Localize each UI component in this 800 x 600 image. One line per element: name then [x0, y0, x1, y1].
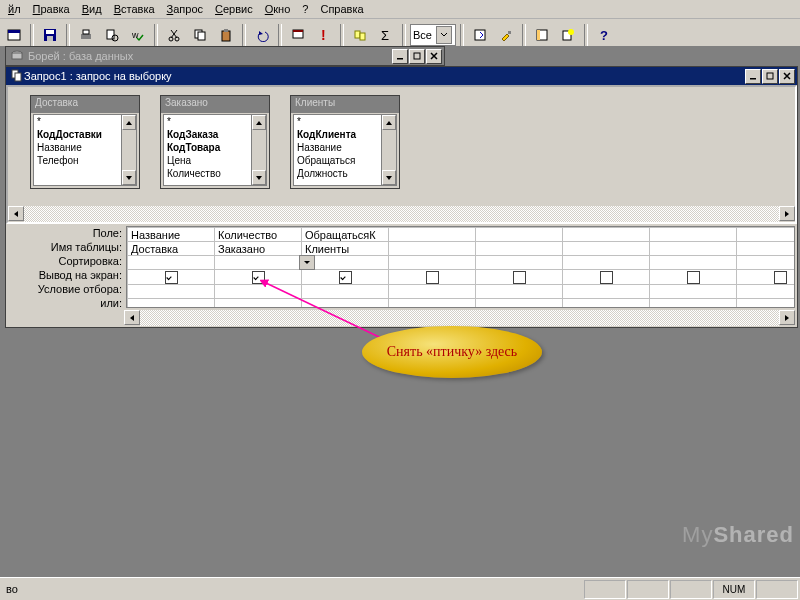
scroll-down-icon[interactable]: [382, 170, 396, 185]
grid-cell[interactable]: [563, 242, 650, 256]
menu-item[interactable]: ?: [296, 2, 314, 16]
grid-cell[interactable]: [563, 256, 650, 270]
menu-item[interactable]: Справка: [314, 2, 369, 16]
grid-cell[interactable]: [476, 270, 563, 285]
grid-cell[interactable]: [737, 228, 796, 242]
grid-cell[interactable]: [215, 270, 302, 285]
grid-cell[interactable]: [650, 242, 737, 256]
show-checkbox[interactable]: [687, 271, 700, 284]
grid-cell[interactable]: [215, 298, 302, 308]
show-checkbox[interactable]: [252, 271, 265, 284]
grid-cell[interactable]: [650, 284, 737, 298]
scroll-down-icon[interactable]: [252, 170, 266, 185]
grid-cell[interactable]: [476, 284, 563, 298]
undo-icon[interactable]: [250, 23, 274, 47]
grid-cell[interactable]: [650, 298, 737, 308]
help-icon[interactable]: ?: [592, 23, 616, 47]
grid-cell[interactable]: [302, 284, 389, 298]
field-item[interactable]: КодТовара: [164, 141, 252, 154]
close-button[interactable]: [779, 69, 795, 84]
grid-cell[interactable]: [476, 242, 563, 256]
totals-icon[interactable]: Σ: [374, 23, 398, 47]
query-window-titlebar[interactable]: Запрос1 : запрос на выборку: [6, 67, 797, 85]
scroll-right-icon[interactable]: [779, 206, 795, 221]
scroll-up-icon[interactable]: [122, 115, 136, 130]
grid-cell[interactable]: [737, 242, 796, 256]
table-title[interactable]: Заказано: [161, 96, 269, 113]
scroll-left-icon[interactable]: [124, 310, 140, 325]
grid-cell[interactable]: [215, 284, 302, 298]
field-item[interactable]: Телефон: [34, 154, 122, 167]
close-button[interactable]: [426, 49, 442, 64]
hscrollbar[interactable]: [124, 310, 795, 326]
table-box[interactable]: Доставка*КодДоставкиНазваниеТелефон: [30, 95, 140, 189]
field-item[interactable]: Название: [294, 141, 382, 154]
chevron-down-icon[interactable]: [436, 26, 452, 44]
field-item[interactable]: Цена: [164, 154, 252, 167]
grid-cell[interactable]: [389, 256, 476, 270]
dbwindow-icon[interactable]: [530, 23, 554, 47]
grid-cell[interactable]: [389, 242, 476, 256]
cut-icon[interactable]: [162, 23, 186, 47]
field-item[interactable]: Обращаться: [294, 154, 382, 167]
field-item[interactable]: *: [34, 115, 122, 128]
field-list[interactable]: *КодДоставкиНазваниеТелефон: [33, 114, 123, 186]
grid-cell[interactable]: [563, 298, 650, 308]
grid-cell[interactable]: Заказано: [215, 242, 302, 256]
db-window[interactable]: Борей : база данных: [5, 46, 445, 66]
show-checkbox[interactable]: [513, 271, 526, 284]
spellcheck-icon[interactable]: w: [126, 23, 150, 47]
hscrollbar[interactable]: [8, 206, 795, 222]
grid-cell[interactable]: [389, 284, 476, 298]
grid-cell[interactable]: [737, 270, 796, 285]
grid-cell[interactable]: [476, 256, 563, 270]
menu-item[interactable]: Вставка: [108, 2, 161, 16]
print-icon[interactable]: [74, 23, 98, 47]
grid-cell[interactable]: [302, 298, 389, 308]
menu-item[interactable]: Запрос: [161, 2, 209, 16]
toolbar-btn-view[interactable]: [2, 23, 26, 47]
field-item[interactable]: КодДоставки: [34, 128, 122, 141]
show-checkbox[interactable]: [600, 271, 613, 284]
show-checkbox[interactable]: [339, 271, 352, 284]
grid-cell[interactable]: Название: [128, 228, 215, 242]
maximize-button[interactable]: [762, 69, 778, 84]
grid-cell[interactable]: [128, 284, 215, 298]
minimize-button[interactable]: [392, 49, 408, 64]
builder-icon[interactable]: [494, 23, 518, 47]
save-icon[interactable]: [38, 23, 62, 47]
field-item[interactable]: Должность: [294, 167, 382, 180]
field-item[interactable]: КодКлиента: [294, 128, 382, 141]
run-icon[interactable]: !: [312, 23, 336, 47]
table-box[interactable]: Клиенты*КодКлиентаНазваниеОбращатьсяДолж…: [290, 95, 400, 189]
copy-icon[interactable]: [188, 23, 212, 47]
grid-cell[interactable]: [650, 228, 737, 242]
scroll-right-icon[interactable]: [779, 310, 795, 325]
query-grid[interactable]: НазваниеКоличествоОбращатьсяКДоставкаЗак…: [126, 226, 795, 308]
querytype-icon[interactable]: [286, 23, 310, 47]
grid-cell[interactable]: [650, 256, 737, 270]
grid-cell[interactable]: [389, 298, 476, 308]
grid-cell[interactable]: ОбращатьсяК: [302, 228, 389, 242]
vscrollbar[interactable]: [381, 114, 397, 186]
properties-icon[interactable]: [468, 23, 492, 47]
table-title[interactable]: Доставка: [31, 96, 139, 113]
grid-cell[interactable]: Количество: [215, 228, 302, 242]
grid-cell[interactable]: [389, 270, 476, 285]
field-item[interactable]: Название: [34, 141, 122, 154]
field-item[interactable]: *: [294, 115, 382, 128]
scroll-down-icon[interactable]: [122, 170, 136, 185]
field-item[interactable]: КодЗаказа: [164, 128, 252, 141]
grid-cell[interactable]: [650, 270, 737, 285]
show-checkbox[interactable]: [426, 271, 439, 284]
grid-cell[interactable]: [476, 298, 563, 308]
grid-cell[interactable]: [737, 298, 796, 308]
table-title[interactable]: Клиенты: [291, 96, 399, 113]
newobject-icon[interactable]: [556, 23, 580, 47]
show-checkbox[interactable]: [774, 271, 787, 284]
grid-cell[interactable]: [563, 284, 650, 298]
show-checkbox[interactable]: [165, 271, 178, 284]
field-list[interactable]: *КодЗаказаКодТовараЦенаКоличество: [163, 114, 253, 186]
scroll-up-icon[interactable]: [252, 115, 266, 130]
cell-dropdown-icon[interactable]: [299, 255, 315, 270]
